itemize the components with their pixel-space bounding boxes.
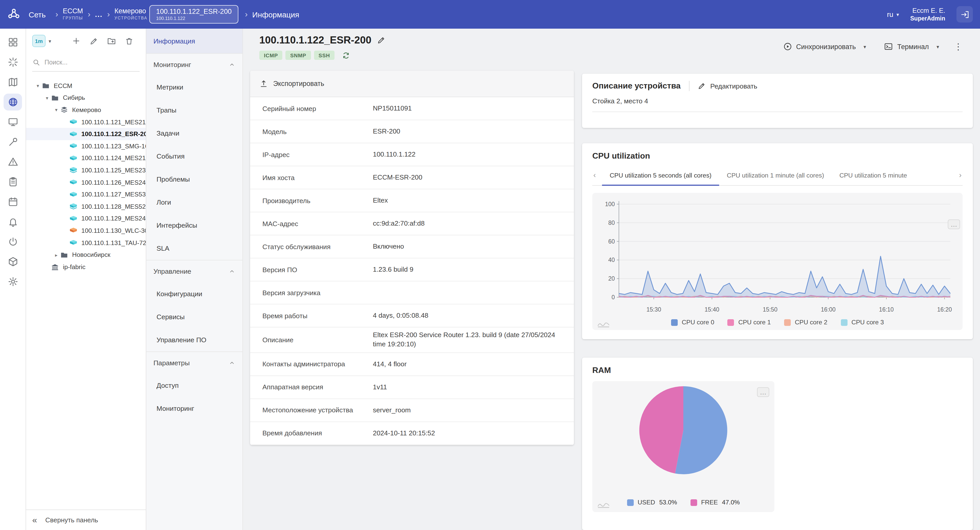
tree-node[interactable]: ▸Новосибирск <box>26 249 146 261</box>
subnav-item[interactable]: Сервисы <box>146 306 242 328</box>
network-icon <box>7 97 18 107</box>
polling-interval-badge[interactable]: 1m <box>32 35 46 47</box>
ram-chart-menu-button[interactable]: … <box>757 387 769 397</box>
tree-caret-icon[interactable]: ▾ <box>52 107 60 113</box>
language-selector[interactable]: ru▾ <box>887 10 899 18</box>
nav-network-label[interactable]: Сеть <box>29 10 46 19</box>
subnav-item[interactable]: Конфигурации <box>146 282 242 306</box>
rail-item-firmware[interactable] <box>3 253 22 270</box>
breadcrumb-devices[interactable]: Кемерово УСТРОЙСТВА <box>115 8 148 21</box>
cpu-chart-menu-button[interactable]: … <box>948 220 960 229</box>
tree-node[interactable]: 100.110.1.122_ESR-200 <box>26 128 146 140</box>
subnav-item[interactable]: Задачи <box>146 122 242 145</box>
rail-item-network[interactable] <box>3 94 22 110</box>
tree-node-label: Новосибирск <box>72 251 110 258</box>
add-button[interactable] <box>72 36 81 46</box>
tree-node[interactable]: ip-fabric <box>26 261 146 273</box>
export-button[interactable]: Экспортировать <box>259 79 324 88</box>
subnav-section[interactable]: Мониторинг <box>146 53 242 76</box>
subnav-item[interactable]: Проблемы <box>146 168 242 191</box>
tree-node[interactable]: 100.110.1.126_MES242 <box>26 177 146 188</box>
refresh-status-icon[interactable] <box>342 51 350 60</box>
subnav-item-label: Интерфейсы <box>156 221 197 229</box>
synchronize-caret-button[interactable]: ▾ <box>860 41 870 53</box>
subnav-item[interactable]: Метрики <box>146 76 242 99</box>
rail-item-power[interactable] <box>3 233 22 250</box>
breadcrumb-groups[interactable]: ЕССМ ГРУППЫ <box>63 8 83 21</box>
cpu-tab[interactable]: CPU utilization 5 minute <box>832 166 909 185</box>
interval-caret-icon[interactable]: ▾ <box>49 38 51 44</box>
subnav-item[interactable]: Доступ <box>146 374 242 397</box>
synchronize-button[interactable]: Синхронизировать <box>779 39 860 54</box>
subnav-item[interactable]: SLA <box>146 237 242 260</box>
rail-item-dashboard[interactable] <box>3 34 22 51</box>
rail-item-tasks[interactable] <box>3 173 22 190</box>
search-input[interactable] <box>45 59 140 66</box>
rail-item-devices[interactable] <box>3 113 22 131</box>
move-to-group-button[interactable] <box>107 36 116 46</box>
subnav-item-label: Метрики <box>156 83 183 91</box>
tabs-scroll-left-button[interactable]: ‹ <box>592 170 602 181</box>
subnav-item[interactable]: Мониторинг <box>146 397 242 420</box>
tree-node[interactable]: 100.110.1.121_MES212 <box>26 116 146 128</box>
info-row-value: NP15011091 <box>373 104 422 113</box>
tree-node[interactable]: ▾Сибирь <box>26 92 146 104</box>
terminal-button[interactable]: Терминал <box>880 39 933 54</box>
tree-caret-icon[interactable]: ▾ <box>43 95 51 101</box>
tree-node[interactable]: ▾ЕССМ <box>26 80 146 92</box>
breadcrumb-ellipsis[interactable]: ... <box>95 10 103 18</box>
tree-node[interactable]: 100.110.1.125_MES232 <box>26 164 146 176</box>
tree-caret-icon[interactable]: ▾ <box>34 83 41 89</box>
tabs-scroll-right-button[interactable]: › <box>954 170 963 181</box>
rail-item-notifications[interactable] <box>3 213 22 230</box>
rail-item-tools[interactable] <box>3 134 22 150</box>
delete-button[interactable] <box>125 37 134 45</box>
subnav-item[interactable]: Интерфейсы <box>146 214 242 237</box>
user-menu[interactable]: Eccm E. E. SuperAdmin <box>910 6 945 22</box>
dev-icon <box>69 130 78 138</box>
tree-node[interactable]: 100.110.1.129_MES242 <box>26 213 146 224</box>
info-row: Контакты администратора414, 4 floor <box>250 353 574 376</box>
app-logo-icon[interactable] <box>7 8 21 21</box>
tree-node[interactable]: 100.110.1.124_MES212 <box>26 152 146 164</box>
collapse-panel-button[interactable]: « Свернуть панель <box>26 509 146 530</box>
subnav-section[interactable]: Параметры <box>146 352 242 374</box>
tree-node[interactable]: 100.110.1.123_SMG-10 <box>26 140 146 152</box>
rail-item-problems[interactable] <box>3 153 22 170</box>
cpu-tab[interactable]: CPU utilization 5 seconds (all cores) <box>602 166 719 185</box>
legend-item[interactable]: CPU core 2 <box>784 319 827 326</box>
tree-node[interactable]: 100.110.1.130_WLC-30 <box>26 224 146 237</box>
cpu-tab[interactable]: CPU utilization 1 minute (all cores) <box>719 166 832 185</box>
subnav-item[interactable]: События <box>146 145 242 168</box>
subnav-section[interactable]: Управление <box>146 260 242 282</box>
tree-node[interactable]: ▾Кемерово <box>26 104 146 116</box>
tree-node[interactable]: 100.110.1.128_MES5200 <box>26 201 146 213</box>
tree-node[interactable]: 100.110.1.127_MES531 <box>26 188 146 201</box>
edit-button[interactable] <box>89 37 98 45</box>
subnav-item[interactable]: Логи <box>146 191 242 214</box>
rail-item-calendar[interactable] <box>3 193 22 210</box>
legend-item[interactable]: CPU core 3 <box>841 319 884 326</box>
legend-item[interactable]: FREE47.0% <box>690 499 740 506</box>
rail-item-maps[interactable] <box>3 74 22 91</box>
subnav-item[interactable]: Трапы <box>146 99 242 122</box>
legend-item[interactable]: CPU core 0 <box>671 319 714 326</box>
rail-item-settings[interactable] <box>3 273 22 290</box>
edit-device-name-button[interactable] <box>377 35 386 44</box>
subnav-item-label: Управление ПО <box>156 336 206 344</box>
logout-button[interactable] <box>956 6 973 22</box>
terminal-caret-button[interactable]: ▾ <box>933 41 943 53</box>
logout-icon <box>960 10 969 19</box>
subnav-section-label: Управление <box>153 267 191 275</box>
legend-item[interactable]: CPU core 1 <box>728 319 771 326</box>
tree-node[interactable]: 100.110.1.131_TAU-72.1 <box>26 237 146 248</box>
more-actions-button[interactable]: ⋮ <box>950 41 967 52</box>
tree-caret-icon[interactable]: ▸ <box>52 252 60 258</box>
legend-item[interactable]: USED53.0% <box>627 499 677 506</box>
edit-description-button[interactable]: Редактировать <box>697 82 757 90</box>
subnav-item[interactable]: Управление ПО <box>146 328 242 352</box>
rail-item-incidents[interactable] <box>3 54 22 71</box>
device-chip[interactable]: 100.110.1.122_ESR-200 100.110.1.122 <box>150 5 238 24</box>
device-subnav: ИнформацияМониторингМетрикиТрапыЗадачиСо… <box>146 29 243 530</box>
subnav-item[interactable]: Информация <box>146 29 242 53</box>
